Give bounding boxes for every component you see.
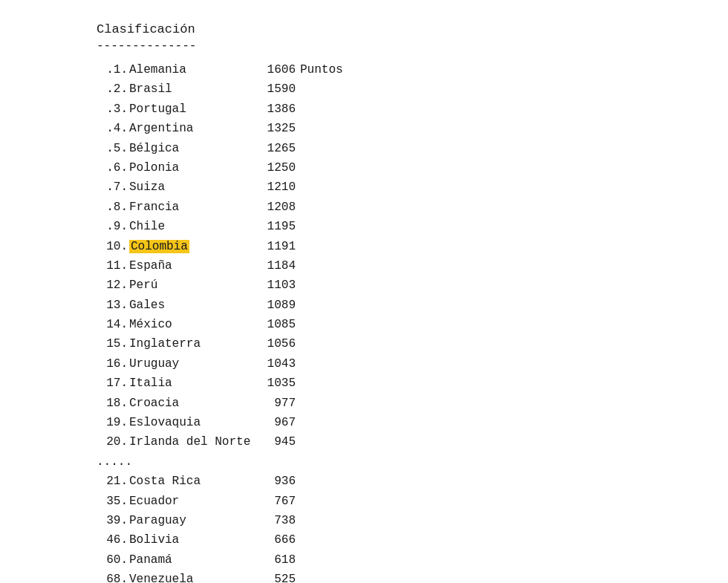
list-item: 12. Perú1103 xyxy=(97,276,631,295)
rank-number: 14. xyxy=(97,315,128,334)
country-name: México xyxy=(129,315,256,334)
rank-number: 10. xyxy=(97,237,128,256)
list-item: .3. Portugal1386 xyxy=(97,100,631,119)
country-name: Venezuela xyxy=(129,570,256,583)
rank-number: .3. xyxy=(97,100,128,119)
extra-rankings-list: 21. Costa Rica 93635. Ecuador 76739. Par… xyxy=(97,472,631,583)
country-name: Portugal xyxy=(129,100,256,119)
points-value: 1386 xyxy=(259,100,296,119)
rank-number: 46. xyxy=(97,530,128,550)
list-item: .7. Suiza1210 xyxy=(97,177,631,197)
list-item: 13. Gales1089 xyxy=(97,296,631,315)
rank-number: 17. xyxy=(97,374,128,393)
country-name: Perú xyxy=(129,276,256,295)
list-item: .5. Bélgica1265 xyxy=(97,139,631,158)
rank-number: .2. xyxy=(97,79,128,99)
country-name: Ecuador xyxy=(129,492,256,511)
list-item: 10. Colombia1191 xyxy=(97,237,631,256)
points-value: 1325 xyxy=(259,119,296,138)
list-item: 18. Croacia 977 xyxy=(97,394,631,413)
list-item: 39. Paraguay 738 xyxy=(97,511,631,530)
points-value: 1056 xyxy=(259,334,296,354)
points-value: 1085 xyxy=(259,315,296,334)
list-item: 17. Italia1035 xyxy=(97,374,631,393)
list-item: .2. Brasil1590 xyxy=(97,79,631,99)
points-value: 1103 xyxy=(259,276,296,295)
country-name: Bolivia xyxy=(129,530,256,550)
country-name: Uruguay xyxy=(129,354,256,374)
list-item: .1. Alemania1606Puntos xyxy=(97,60,631,79)
country-name: Alemania xyxy=(129,60,256,79)
classification-container: Clasificación -------------- .1. Alemani… xyxy=(97,15,631,583)
country-name: Panamá xyxy=(129,550,256,570)
highlighted-country: Colombia xyxy=(129,240,189,253)
points-value: 525 xyxy=(259,570,296,583)
divider: -------------- xyxy=(97,39,631,53)
list-item: 21. Costa Rica 936 xyxy=(97,472,631,491)
list-item: 46. Bolivia 666 xyxy=(97,530,631,550)
list-item: 16. Uruguay1043 xyxy=(97,354,631,374)
list-item: .6. Polonia1250 xyxy=(97,158,631,177)
list-item: 68. Venezuela 525 xyxy=(97,570,631,583)
country-name: Croacia xyxy=(129,394,256,413)
country-name: Polonia xyxy=(129,158,256,177)
rank-number: .8. xyxy=(97,198,128,217)
country-name: Eslovaquia xyxy=(129,413,256,432)
country-name: Costa Rica xyxy=(129,472,256,491)
rank-number: 35. xyxy=(97,492,128,511)
rank-number: .1. xyxy=(97,60,128,79)
country-name: España xyxy=(129,256,256,276)
classification-title: Clasificación xyxy=(97,22,631,36)
rank-number: 39. xyxy=(97,511,128,530)
country-name: Colombia xyxy=(129,237,256,256)
list-item: 20. Irlanda del Norte945 xyxy=(97,432,631,452)
country-name: Gales xyxy=(129,296,256,315)
rank-number: 16. xyxy=(97,354,128,374)
rank-number: .5. xyxy=(97,139,128,158)
points-value: 1195 xyxy=(259,217,296,236)
rank-number: 21. xyxy=(97,472,128,491)
points-value: 1210 xyxy=(259,177,296,197)
points-value: 1590 xyxy=(259,79,296,99)
points-value: 945 xyxy=(259,432,296,452)
rank-number: .4. xyxy=(97,119,128,138)
country-name: Paraguay xyxy=(129,511,256,530)
puntos-label: Puntos xyxy=(300,60,343,79)
rank-number: 11. xyxy=(97,256,128,276)
points-value: 1089 xyxy=(259,296,296,315)
country-name: Chile xyxy=(129,217,256,236)
rank-number: 19. xyxy=(97,413,128,432)
rank-number: 18. xyxy=(97,394,128,413)
list-item: 14. México1085 xyxy=(97,315,631,334)
rank-number: .9. xyxy=(97,217,128,236)
points-value: 1043 xyxy=(259,354,296,374)
points-value: 767 xyxy=(259,492,296,511)
list-item: 35. Ecuador 767 xyxy=(97,492,631,511)
rank-number: 20. xyxy=(97,432,128,452)
rank-number: 13. xyxy=(97,296,128,315)
points-value: 618 xyxy=(259,550,296,570)
list-item: .4. Argentina1325 xyxy=(97,119,631,138)
list-item: 60. Panamá 618 xyxy=(97,550,631,570)
list-item: 11. España1184 xyxy=(97,256,631,276)
points-value: 936 xyxy=(259,472,296,491)
points-value: 1035 xyxy=(259,374,296,393)
dots-separator: ..... xyxy=(97,452,631,472)
country-name: Suiza xyxy=(129,177,256,197)
country-name: Irlanda del Norte xyxy=(129,432,256,452)
country-name: Argentina xyxy=(129,119,256,138)
main-rankings-list: .1. Alemania1606Puntos.2. Brasil1590.3. … xyxy=(97,60,631,452)
points-value: 967 xyxy=(259,413,296,432)
points-value: 1606 xyxy=(259,60,296,79)
points-value: 1208 xyxy=(259,198,296,217)
rank-number: 68. xyxy=(97,570,128,583)
points-value: 1191 xyxy=(259,237,296,256)
country-name: Francia xyxy=(129,198,256,217)
rank-number: 60. xyxy=(97,550,128,570)
points-value: 1250 xyxy=(259,158,296,177)
rank-number: 15. xyxy=(97,334,128,354)
points-value: 977 xyxy=(259,394,296,413)
points-value: 738 xyxy=(259,511,296,530)
country-name: Italia xyxy=(129,374,256,393)
list-item: .9. Chile1195 xyxy=(97,217,631,236)
